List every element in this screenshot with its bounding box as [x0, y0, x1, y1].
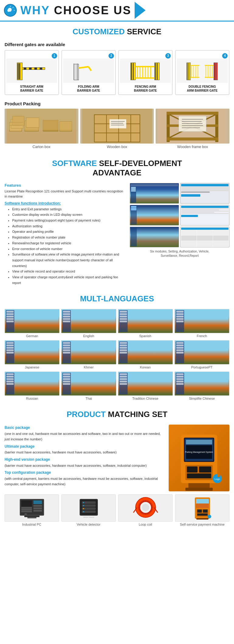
svg-rect-32: [214, 63, 215, 80]
packing-title: Product Packing: [5, 101, 229, 106]
feature-item-7: Renewal/recharge for registered vehicle: [12, 240, 126, 246]
lang-english: English: [61, 309, 116, 339]
screenshot-row-1: [130, 183, 229, 204]
feature-item-3: Payment rules setting(support eight type…: [12, 218, 126, 223]
svg-point-126: [142, 504, 149, 511]
gates-grid: 1 STRAIGHT ARMBARRIER GATE 2: [5, 50, 229, 95]
feature-item-9: Survelilance of software,view of vehicle…: [12, 252, 126, 269]
header-title: WHY CHOOSE US: [20, 4, 132, 17]
comp-loop-coil: Loop coil: [118, 494, 173, 527]
svg-rect-94: [199, 466, 211, 473]
lang-korean: Korean: [118, 340, 173, 370]
feature-item-6: Registration of vehicle number plate: [12, 235, 126, 240]
lang-japanese: Japanese: [5, 340, 60, 370]
lang-label-english: English: [61, 333, 116, 339]
screenshot-6: [180, 227, 229, 247]
pkg-basic: Basic package (one in and one out, hardw…: [5, 425, 165, 442]
gates-section: Different gates are available 1 STRAIGHT…: [0, 39, 234, 98]
packing-img-carton: [5, 109, 78, 144]
feature-item-11: View of operator charge report,entry&exi…: [12, 274, 126, 286]
packing-label-wooden-frame: Wooden frame box: [156, 144, 229, 150]
svg-rect-106: [33, 505, 42, 507]
svg-rect-66: [109, 119, 126, 128]
svg-point-119: [83, 505, 84, 506]
lang-img-russian: [5, 371, 60, 396]
lang-label-simplifie-chinese: Simplifie Chinese: [174, 396, 229, 401]
lang-sidebar-khmer: [62, 341, 71, 363]
packing-wooden-frame: Wooden frame box: [156, 109, 229, 150]
svg-rect-98: [217, 441, 220, 477]
packing-carton: Carton box: [5, 109, 78, 150]
gate-num-4: 4: [222, 53, 228, 59]
gate-label-3: FENCING ARMBARRIER GATE: [120, 85, 171, 93]
pkg-top-desc: (with central payment, barriers must be …: [5, 477, 158, 486]
lang-thai: Thai: [61, 371, 116, 401]
screenshot-4: [180, 205, 229, 225]
gate-item-4: 4: [175, 50, 229, 95]
svg-rect-101: [21, 500, 32, 507]
packing-img-wooden: [80, 109, 154, 144]
comp-vehicle-detector: Vehicle Detector Vehicle detector: [61, 494, 116, 527]
svg-rect-104: [21, 511, 32, 512]
packing-grid: Carton box: [5, 109, 229, 150]
comp-industrial-pc: IPC Industrial PC: [5, 494, 59, 527]
lang-img-korean: [118, 340, 173, 364]
product-text: Basic package (one in and one out, hardw…: [5, 425, 165, 491]
lang-label-tradition-chinese: Tradition Chinese: [118, 396, 173, 401]
lang-img-japanese: [5, 340, 60, 364]
svg-rect-9: [74, 64, 79, 80]
svg-rect-6: [29, 67, 32, 69]
feature-item-10: View of vehicle record and operator reco…: [12, 269, 126, 274]
svg-rect-93: [187, 466, 198, 473]
software-text: Features License Plate Recognition 121 c…: [5, 183, 126, 286]
lang-img-simplifie-chinese: [174, 371, 229, 396]
lang-label-french: French: [174, 333, 229, 339]
machine-img: Parking Management System Logo: [169, 425, 229, 491]
product-machine: Parking Management System Logo: [169, 425, 229, 491]
svg-rect-18: [155, 63, 156, 80]
lang-sidebar-portuguese: [176, 341, 184, 363]
screenshot-5: [130, 227, 179, 247]
lang-label-khmer: Khmer: [61, 364, 116, 370]
gate-num-2: 2: [108, 53, 114, 59]
lang-sidebar-spanish: [119, 310, 128, 332]
lang-label-korean: Korean: [118, 364, 173, 370]
lang-img-english: [61, 309, 116, 333]
svg-rect-138: [196, 518, 208, 520]
gate-num-3: 3: [165, 53, 171, 59]
svg-rect-135: [203, 510, 208, 513]
software-screenshots: Six modules, Setting, Authorization, Veh…: [130, 183, 229, 286]
pkg-highend-title: High-end version package: [5, 457, 50, 462]
lang-grid: German English: [5, 309, 229, 401]
lang-img-german: [5, 309, 60, 333]
svg-rect-134: [197, 510, 202, 513]
svg-rect-103: [21, 509, 32, 510]
svg-rect-12: [74, 63, 74, 80]
svg-rect-132: [196, 503, 209, 508]
lang-sidebar-korean: [119, 341, 128, 363]
comp-label-vehicle-detector: Vehicle detector: [61, 522, 116, 527]
svg-point-120: [83, 508, 84, 509]
customized-title: CUSTOMIZED SERVICE: [0, 22, 234, 39]
gate-label-2: FOLDING ARMBARRIER GATE: [63, 85, 114, 93]
features-description: License Plate Recognition 121 countries …: [5, 189, 126, 199]
lang-img-portuguese: [174, 340, 229, 364]
pkg-ultimate: Ultimate package (barrier must have acce…: [5, 443, 165, 455]
svg-rect-89: [186, 440, 212, 444]
svg-rect-102: [21, 507, 32, 509]
svg-rect-15: [131, 63, 132, 80]
packing-label-wooden: Wooden box: [80, 144, 154, 150]
lang-label-portuguese: PortuguesePT: [174, 364, 229, 370]
gate-item-1: 1 STRAIGHT ARMBARRIER GATE: [5, 50, 59, 95]
lang-sidebar-german: [6, 310, 14, 332]
software-content: Features License Plate Recognition 121 c…: [5, 183, 229, 286]
gate-label-1: STRAIGHT ARMBARRIER GATE: [6, 85, 57, 93]
svg-rect-7: [34, 67, 37, 69]
gate-item-3: 3 FENCIN: [118, 50, 173, 95]
logo-icon: [4, 4, 17, 17]
lang-tradition-chinese: Tradition Chinese: [118, 371, 173, 401]
screenshot-row-2: [130, 205, 229, 225]
screenshot-1: [130, 183, 179, 204]
gate-img-2: [63, 59, 114, 83]
svg-rect-110: [24, 516, 40, 517]
